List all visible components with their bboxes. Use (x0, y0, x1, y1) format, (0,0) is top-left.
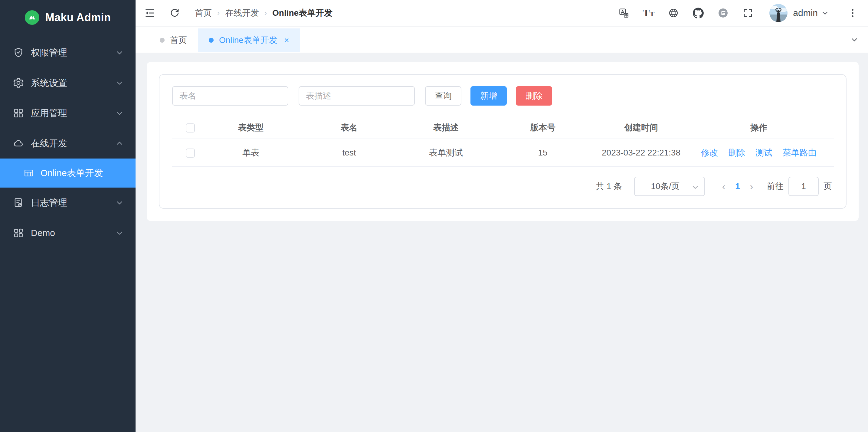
delete-link[interactable]: 删除 (728, 148, 745, 157)
sidebar-item-label: 系统设置 (31, 77, 116, 89)
avatar (769, 4, 787, 22)
translate-icon[interactable] (618, 7, 629, 19)
column-header: 创建时间 (599, 117, 683, 139)
tab-dot-icon (160, 38, 164, 43)
layout-icon (13, 227, 24, 239)
next-page-icon[interactable]: › (745, 181, 758, 192)
sidebar-item-permission[interactable]: 权限管理 (0, 37, 135, 68)
github-icon[interactable] (692, 7, 704, 19)
data-table: 表类型 表名 表描述 版本号 创建时间 操作 单表 (172, 117, 834, 167)
page-size-value: 10条/页 (651, 181, 680, 192)
refresh-icon[interactable] (169, 7, 180, 19)
edit-link[interactable]: 修改 (701, 148, 718, 157)
column-header: 操作 (683, 117, 834, 139)
query-toolbar: 查询 新增 删除 (172, 86, 833, 105)
globe-icon[interactable] (668, 7, 679, 19)
sidebar-menu: 权限管理 系统设置 应用管理 (0, 37, 135, 248)
chevron-down-icon (116, 79, 123, 87)
gitee-icon[interactable] (717, 7, 729, 19)
data-card: 查询 新增 删除 表类型 表名 表描述 (159, 74, 846, 209)
breadcrumb-separator: › (217, 9, 220, 17)
table-name-input[interactable] (172, 86, 288, 105)
sidebar-item-label: 日志管理 (31, 197, 116, 209)
cell-created: 2023-03-22 22:21:38 (599, 139, 683, 167)
logo-mountain-icon (25, 10, 39, 25)
breadcrumb-online-dev[interactable]: 在线开发 (225, 7, 259, 19)
column-header: 版本号 (487, 117, 599, 139)
table-desc-input[interactable] (299, 86, 415, 105)
column-header: 表名 (293, 117, 405, 139)
chevron-down-icon (116, 229, 123, 237)
sidebar-fold-icon[interactable] (144, 7, 156, 19)
sidebar-item-online-dev[interactable]: 在线开发 (0, 128, 135, 158)
table-icon (24, 168, 34, 178)
page-size-select[interactable]: 10条/页 (634, 177, 705, 196)
header-checkbox-cell (172, 117, 209, 139)
search-button[interactable]: 查询 (425, 86, 461, 105)
app-logo[interactable]: Maku Admin (0, 4, 135, 31)
cell-actions: 修改 删除 测试 菜单路由 (683, 139, 834, 167)
goto-label: 前往 (767, 181, 783, 192)
chevron-down-icon (692, 183, 699, 191)
content-panel: 查询 新增 删除 表类型 表名 表描述 (147, 62, 859, 221)
sidebar-item-label: 应用管理 (31, 107, 116, 120)
fullscreen-icon[interactable] (742, 7, 754, 19)
log-check-icon (13, 197, 24, 209)
gear-icon (13, 77, 24, 89)
sidebar-item-label: 在线开发 (31, 137, 116, 150)
chevron-up-icon (116, 140, 123, 147)
kebab-menu-icon[interactable] (847, 7, 858, 19)
cloud-icon (13, 137, 24, 149)
app-title: Maku Admin (45, 11, 111, 24)
table-row: 单表 test 表单测试 15 2023-03-22 22:21:38 修改 删… (172, 139, 834, 167)
topbar-actions: TT (618, 4, 858, 22)
sidebar-subitem-online-form[interactable]: Online表单开发 (0, 158, 135, 188)
row-checkbox-cell (172, 139, 209, 167)
table-header-row: 表类型 表名 表描述 版本号 创建时间 操作 (172, 117, 834, 139)
breadcrumb-home[interactable]: 首页 (195, 7, 212, 19)
page-content: 查询 新增 删除 表类型 表名 表描述 (135, 53, 868, 432)
pagination: 共 1 条 10条/页 ‹ 1 › 前往 页 (172, 177, 833, 196)
tab-close-icon[interactable]: × (284, 36, 289, 44)
row-checkbox[interactable] (186, 149, 195, 158)
sidebar-item-apps[interactable]: 应用管理 (0, 98, 135, 128)
menu-route-link[interactable]: 菜单路由 (783, 148, 816, 157)
chevron-down-icon (116, 199, 123, 207)
tab-label: 首页 (170, 34, 187, 46)
tabs-dropdown-icon[interactable] (850, 27, 858, 53)
page-number[interactable]: 1 (730, 182, 745, 191)
select-all-checkbox[interactable] (186, 123, 195, 132)
grid-icon (13, 107, 24, 119)
chevron-down-icon (116, 49, 123, 57)
shield-check-icon (13, 47, 24, 58)
breadcrumb-separator: › (265, 9, 267, 17)
column-header: 表描述 (405, 117, 487, 139)
cell-version: 15 (487, 139, 599, 167)
test-link[interactable]: 测试 (755, 148, 772, 157)
delete-button[interactable]: 删除 (516, 86, 552, 105)
cell-table-type: 单表 (209, 139, 293, 167)
top-bar: 首页 › 在线开发 › Online表单开发 TT (135, 0, 868, 27)
username: admin (793, 8, 818, 18)
tab-online-form[interactable]: Online表单开发 × (198, 28, 300, 52)
sidebar-item-logs[interactable]: 日志管理 (0, 188, 135, 218)
app-root: Maku Admin 权限管理 系统设置 (0, 0, 868, 432)
sidebar-item-label: 权限管理 (31, 47, 116, 59)
breadcrumb-current: Online表单开发 (272, 7, 333, 19)
sidebar-item-label: Demo (31, 228, 116, 238)
tab-home[interactable]: 首页 (149, 28, 198, 52)
cell-table-name: test (293, 139, 405, 167)
sidebar-item-demo[interactable]: Demo (0, 218, 135, 248)
user-menu[interactable]: admin (769, 4, 829, 22)
chevron-down-icon (116, 109, 123, 117)
sidebar-item-system[interactable]: 系统设置 (0, 68, 135, 98)
sidebar-subitem-label: Online表单开发 (40, 167, 103, 179)
prev-page-icon[interactable]: ‹ (717, 181, 730, 192)
goto-page-input[interactable] (788, 177, 819, 196)
add-button[interactable]: 新增 (470, 86, 507, 105)
total-count: 共 1 条 (596, 181, 622, 192)
tab-label: Online表单开发 (219, 34, 277, 46)
cell-table-desc: 表单测试 (405, 139, 487, 167)
tab-dot-icon (209, 38, 214, 43)
font-size-icon[interactable]: TT (643, 8, 655, 18)
